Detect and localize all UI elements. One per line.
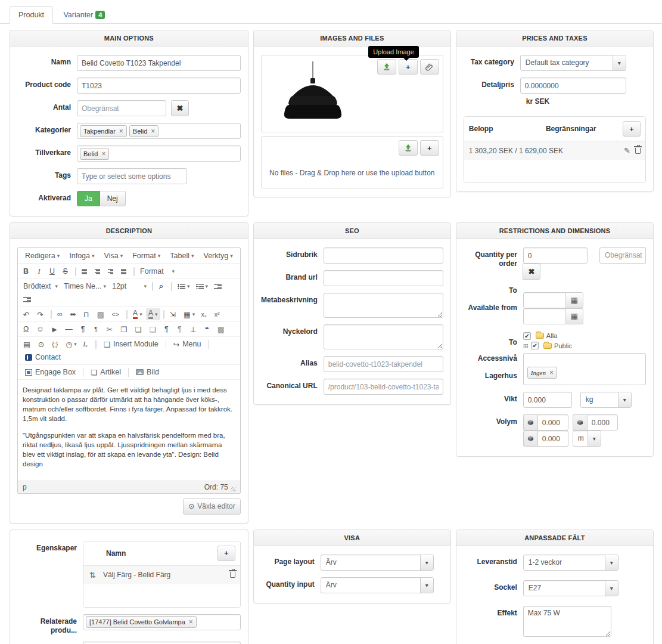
cut-icon[interactable]: ✂ <box>104 323 117 335</box>
special-character-icon[interactable]: Ω <box>21 323 33 335</box>
media-icon[interactable]: ▶ <box>49 323 61 335</box>
table-icon[interactable]: ▦▾ <box>181 308 197 320</box>
sockel-select[interactable]: E27 ▾ <box>523 580 619 596</box>
copy-icon[interactable]: ❐ <box>118 323 131 335</box>
detaljpris-input[interactable] <box>520 78 626 94</box>
available-to-date-input[interactable] <box>523 308 566 324</box>
paragraph-style-select[interactable]: Brödtext▾ <box>21 280 60 292</box>
quantity-input-select[interactable]: Ärv ▾ <box>321 577 434 593</box>
leveranstid-select[interactable]: 1-2 veckor ▾ <box>523 555 619 571</box>
engage-box-button[interactable]: Engage Box <box>21 366 80 378</box>
remove-icon[interactable]: × <box>151 127 155 135</box>
chip-belid-tillverkare[interactable]: Belid× <box>80 148 109 160</box>
preview-icon[interactable]: ⊙ <box>36 338 48 350</box>
paste-icon[interactable]: ❏ <box>132 323 145 335</box>
aktiverad-nej-button[interactable]: Nej <box>100 191 126 206</box>
tab-produkt[interactable]: Produkt <box>10 6 53 24</box>
tags-input[interactable] <box>77 168 187 184</box>
lagerhus-field[interactable]: Ingen× <box>523 353 646 385</box>
strikethrough-icon[interactable]: S <box>60 265 72 277</box>
chip-related-product[interactable]: [17477] Belid Covetto Golvlampa× <box>86 616 197 628</box>
contact-button[interactable]: Contact <box>21 351 65 363</box>
volym-x-input[interactable] <box>537 414 568 431</box>
product-image[interactable] <box>270 61 359 123</box>
namn-input[interactable] <box>77 55 241 71</box>
canonical-url-input[interactable] <box>324 379 443 395</box>
add-attribute-button[interactable]: + <box>217 546 235 561</box>
tree-node-public[interactable]: ⊞ Public <box>523 341 646 351</box>
calendar-button[interactable]: ▦ <box>565 308 583 324</box>
upload-image-button[interactable] <box>377 59 396 75</box>
link-image-button[interactable] <box>420 59 439 75</box>
ltr-icon[interactable]: ¶ <box>78 323 90 335</box>
antal-clear-button[interactable]: ✖ <box>171 100 189 116</box>
nonbreaking-icon[interactable]: ▩ <box>215 323 229 335</box>
add-price-button[interactable]: + <box>623 121 641 137</box>
italic-icon[interactable]: I <box>34 265 46 277</box>
align-justify-icon[interactable] <box>119 265 130 277</box>
obegransat-clear-button[interactable]: ✖ <box>523 264 540 280</box>
available-from-date-input[interactable] <box>523 292 566 308</box>
files-dropzone[interactable]: + No files - Drag & Drop here or use the… <box>261 136 443 188</box>
subscript-icon[interactable]: x₂ <box>198 308 210 320</box>
delete-attribute-button[interactable] <box>230 572 235 578</box>
kategorier-field[interactable]: Takpendlar×Belid× <box>77 123 241 139</box>
outdent-icon[interactable] <box>212 280 226 292</box>
remove-icon[interactable]: × <box>119 127 123 135</box>
resize-grip[interactable] <box>231 487 235 491</box>
menu-verktyg[interactable]: Verktyg▾ <box>199 249 238 263</box>
font-size-select[interactable]: 12pt▾ <box>110 280 149 292</box>
checkbox-public[interactable] <box>531 342 541 349</box>
tree-node-alla[interactable]: Alla <box>523 331 646 341</box>
vikt-unit-select[interactable]: kg ▾ <box>580 392 632 408</box>
menu-redigera[interactable]: Redigera▾ <box>20 249 64 263</box>
upload-file-button[interactable] <box>399 140 418 156</box>
insert-image-icon[interactable]: ▧ <box>95 308 108 320</box>
antal-input[interactable] <box>77 100 166 116</box>
menu-format[interactable]: Format▾ <box>128 249 165 263</box>
visual-chars-icon[interactable]: ¶ <box>175 323 187 335</box>
calendar-button[interactable]: ▦ <box>565 292 583 308</box>
expand-icon[interactable]: ⊞ <box>523 341 529 351</box>
effekt-textarea[interactable]: Max 75 W <box>523 606 611 637</box>
alternativ-input[interactable] <box>83 642 241 644</box>
print-icon[interactable]: ▤ <box>21 338 35 350</box>
chip-belid[interactable]: Belid× <box>129 125 158 137</box>
align-left-icon[interactable] <box>79 265 91 277</box>
undo-icon[interactable]: ↶ <box>21 308 33 320</box>
search-replace-icon[interactable]: ⌕ <box>156 280 168 292</box>
alias-input[interactable] <box>324 356 443 372</box>
underline-icon[interactable]: U <box>47 265 59 277</box>
tax-category-select[interactable]: Default tax category ▾ <box>520 55 626 71</box>
tab-varianter[interactable]: Varianter4 <box>55 7 113 23</box>
metabeskrivning-textarea[interactable] <box>324 293 443 318</box>
upload-file-icon[interactable]: ⊥ <box>188 323 201 335</box>
remove-icon[interactable]: × <box>101 150 105 158</box>
paste-as-text-icon[interactable]: ❏ <box>147 323 160 335</box>
artikel-button[interactable]: ❏Artikel <box>86 366 125 378</box>
volym-z-input[interactable] <box>537 431 568 447</box>
add-image-button[interactable]: + <box>399 59 418 75</box>
menu-visa[interactable]: Visa▾ <box>100 249 128 263</box>
background-color-icon[interactable]: A▾ <box>146 308 160 320</box>
menu-infoga[interactable]: Infoga▾ <box>64 249 99 263</box>
chip-takpendlar[interactable]: Takpendlar× <box>80 125 127 137</box>
element-path[interactable]: p <box>23 483 27 491</box>
bild-button[interactable]: Bild <box>132 366 163 378</box>
volym-unit-select[interactable]: m ▾ <box>573 431 601 447</box>
font-family-select[interactable]: Times Ne...▾ <box>61 280 108 292</box>
tillverkare-field[interactable]: Belid× <box>77 145 241 162</box>
menu-tabell[interactable]: Tabell▾ <box>165 249 198 263</box>
page-layout-select[interactable]: Ärv ▾ <box>321 555 434 571</box>
clear-formatting-icon[interactable]: Iₓ <box>80 338 92 350</box>
relaterade-produkter-field[interactable]: [17477] Belid Covetto Golvlampa× <box>83 614 241 630</box>
link-icon[interactable]: ∞ <box>55 308 67 320</box>
redo-icon[interactable]: ↷ <box>35 308 47 320</box>
anchor-icon[interactable]: ⊓ <box>81 308 94 320</box>
remove-icon[interactable]: × <box>189 618 193 626</box>
numbered-list-icon[interactable]: ▾ <box>194 280 211 292</box>
fullscreen-icon[interactable]: ⇲ <box>167 308 180 320</box>
nyckelord-textarea[interactable] <box>324 324 443 349</box>
visual-blocks-icon[interactable]: ¶ <box>161 323 173 335</box>
superscript-icon[interactable]: x² <box>212 308 224 320</box>
